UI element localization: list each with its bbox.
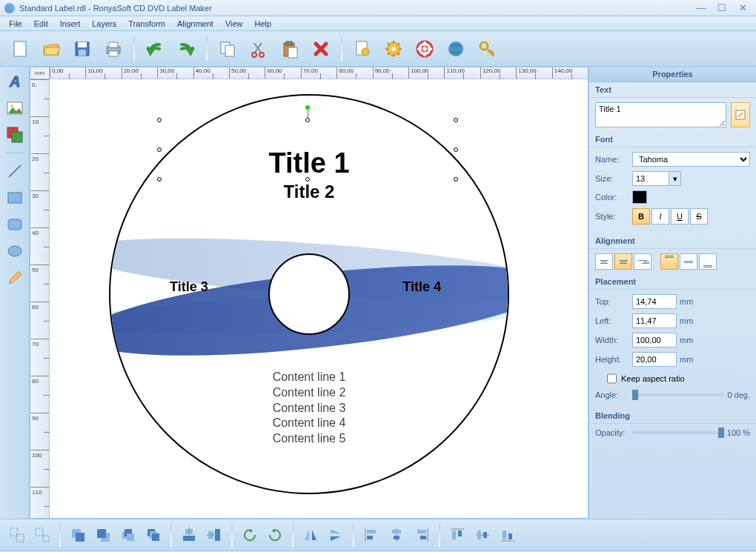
bold-button[interactable]: B bbox=[632, 208, 650, 225]
center-v-button[interactable] bbox=[203, 524, 225, 546]
ruler-horizontal: 0,0010,0020,0030,0040,0050,0060,0070,008… bbox=[50, 67, 588, 79]
menu-help[interactable]: Help bbox=[249, 18, 278, 30]
bring-forward-button[interactable] bbox=[117, 524, 139, 546]
center-h-button[interactable] bbox=[178, 524, 200, 546]
placement-section: Placement bbox=[589, 274, 756, 290]
text-value-input[interactable]: Title 1 bbox=[595, 102, 726, 127]
print-button[interactable] bbox=[99, 35, 127, 63]
ellipse-tool[interactable] bbox=[3, 239, 27, 263]
panel-header: Properties bbox=[589, 67, 756, 82]
svg-rect-59 bbox=[417, 530, 426, 533]
opacity-slider[interactable] bbox=[632, 431, 724, 434]
italic-button[interactable]: I bbox=[651, 208, 669, 225]
canvas[interactable]: Title 1 Title 2 Title 3 Title 4 Content … bbox=[50, 79, 588, 518]
align-left-button[interactable] bbox=[360, 524, 382, 546]
copy-button[interactable] bbox=[213, 35, 242, 63]
settings-button[interactable] bbox=[379, 35, 408, 63]
send-backward-button[interactable] bbox=[142, 524, 165, 546]
svg-point-10 bbox=[259, 53, 264, 57]
font-size-input[interactable] bbox=[632, 171, 669, 186]
svg-point-24 bbox=[10, 104, 13, 107]
width-input[interactable] bbox=[632, 333, 677, 348]
image-tool[interactable] bbox=[3, 96, 27, 120]
disc-title4[interactable]: Title 4 bbox=[402, 279, 441, 295]
send-back-button[interactable] bbox=[92, 524, 114, 546]
menu-insert[interactable]: Insert bbox=[54, 18, 87, 30]
cut-button[interactable] bbox=[245, 35, 273, 63]
save-button[interactable] bbox=[68, 35, 96, 63]
bring-front-button[interactable] bbox=[67, 524, 89, 546]
menubar: File Edit Insert Layers Transform Alignm… bbox=[0, 16, 756, 31]
rounded-rect-tool[interactable] bbox=[3, 213, 27, 236]
ruler-vertical: 0,102030405060708090100110 bbox=[30, 79, 50, 518]
help-button[interactable] bbox=[411, 35, 439, 63]
rotate-handle[interactable] bbox=[305, 105, 310, 110]
disc-title2[interactable]: Title 2 bbox=[110, 182, 508, 202]
align-right[interactable] bbox=[634, 253, 651, 270]
svg-rect-8 bbox=[225, 45, 234, 56]
left-input[interactable] bbox=[632, 313, 677, 328]
keep-ratio-checkbox[interactable] bbox=[607, 371, 617, 386]
menu-alignment[interactable]: Alignment bbox=[171, 18, 219, 30]
text-tool[interactable]: A bbox=[3, 70, 27, 93]
svg-rect-62 bbox=[452, 531, 456, 539]
svg-rect-2 bbox=[78, 42, 87, 47]
redo-button[interactable] bbox=[172, 35, 200, 63]
web-button[interactable] bbox=[442, 35, 470, 63]
top-input[interactable] bbox=[632, 294, 677, 309]
undo-button[interactable] bbox=[141, 35, 169, 63]
align-center[interactable] bbox=[614, 253, 632, 270]
rotate-left-button[interactable] bbox=[239, 524, 261, 546]
pencil-tool[interactable] bbox=[3, 266, 27, 290]
font-size-dropdown[interactable]: ▾ bbox=[669, 171, 681, 186]
page-setup-button[interactable] bbox=[348, 35, 377, 63]
font-color-swatch[interactable] bbox=[632, 190, 647, 204]
align-bottom[interactable] bbox=[699, 253, 717, 270]
height-input[interactable] bbox=[632, 352, 677, 367]
svg-rect-37 bbox=[76, 533, 84, 542]
menu-transform[interactable]: Transform bbox=[122, 18, 171, 30]
ungroup-button[interactable] bbox=[31, 524, 53, 546]
svg-rect-65 bbox=[477, 531, 481, 539]
align-vcenter-button[interactable] bbox=[471, 524, 494, 546]
paste-button[interactable] bbox=[276, 35, 304, 63]
align-top[interactable] bbox=[660, 253, 678, 270]
line-tool[interactable] bbox=[3, 159, 27, 183]
minimize-button[interactable]: — bbox=[692, 3, 710, 13]
disc-content[interactable]: Content line 1Content line 2Content line… bbox=[110, 370, 508, 447]
open-button[interactable] bbox=[37, 35, 65, 63]
disc-title3[interactable]: Title 3 bbox=[170, 279, 208, 295]
clipart-tool[interactable] bbox=[3, 123, 27, 147]
window-title: Standard Label.rdl - RonyaSoft CD DVD La… bbox=[19, 4, 212, 13]
font-name-select[interactable]: Tahoma bbox=[632, 152, 750, 167]
angle-slider[interactable] bbox=[632, 393, 724, 396]
svg-rect-39 bbox=[97, 529, 106, 538]
edit-text-button[interactable] bbox=[731, 102, 750, 127]
strike-button[interactable]: S bbox=[690, 208, 708, 225]
rectangle-tool[interactable] bbox=[3, 186, 27, 210]
delete-button[interactable] bbox=[307, 35, 335, 63]
menu-file[interactable]: File bbox=[3, 18, 28, 30]
flip-v-button[interactable] bbox=[325, 524, 347, 546]
rotate-right-button[interactable] bbox=[264, 524, 286, 546]
text-section: Text bbox=[589, 82, 756, 98]
align-left[interactable] bbox=[595, 253, 613, 270]
flip-h-button[interactable] bbox=[299, 524, 322, 546]
maximize-button[interactable]: ☐ bbox=[713, 3, 731, 13]
svg-point-30 bbox=[8, 246, 21, 256]
align-right-button[interactable] bbox=[411, 524, 433, 546]
menu-edit[interactable]: Edit bbox=[28, 18, 54, 30]
align-bottom-button[interactable] bbox=[497, 524, 519, 546]
new-button[interactable] bbox=[6, 35, 34, 63]
align-hcenter-button[interactable] bbox=[385, 524, 408, 546]
svg-rect-66 bbox=[483, 532, 487, 538]
key-button[interactable] bbox=[473, 35, 501, 63]
group-button[interactable] bbox=[6, 524, 28, 546]
menu-layers[interactable]: Layers bbox=[86, 18, 122, 30]
close-button[interactable]: ✕ bbox=[734, 3, 752, 13]
selection-box[interactable] bbox=[159, 120, 456, 179]
menu-view[interactable]: View bbox=[219, 18, 249, 30]
underline-button[interactable]: U bbox=[671, 208, 689, 225]
align-middle[interactable] bbox=[680, 253, 697, 270]
align-top-button[interactable] bbox=[446, 524, 468, 546]
